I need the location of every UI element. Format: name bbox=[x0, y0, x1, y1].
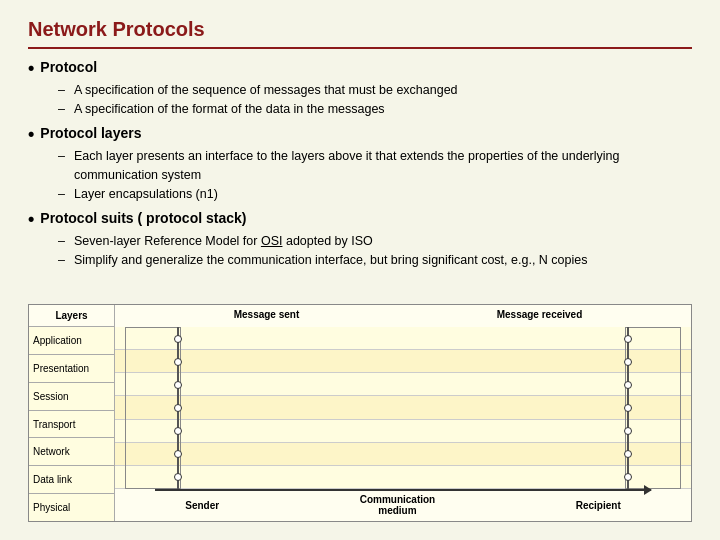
sender-dots bbox=[173, 327, 183, 489]
bullet-main-2: • Protocol layers bbox=[28, 125, 692, 145]
sub-text-1-2: A specification of the format of the dat… bbox=[74, 100, 385, 119]
title-divider bbox=[28, 47, 692, 49]
recipient-dot-4 bbox=[624, 404, 632, 412]
sub-text-3-1: Seven-layer Reference Model for OSI adop… bbox=[74, 232, 373, 251]
sub-text-2-2: Layer encapsulations (n1) bbox=[74, 185, 218, 204]
recipient-dot-5 bbox=[624, 427, 632, 435]
layer-transport: Transport bbox=[29, 411, 114, 439]
message-sent-label: Message sent bbox=[234, 309, 300, 320]
top-labels: Message sent Message received bbox=[115, 309, 691, 320]
bullet-label-2: Protocol layers bbox=[40, 125, 141, 141]
sender-dot-3 bbox=[174, 381, 182, 389]
sub-text-2-1: Each layer presents an interface to the … bbox=[74, 147, 692, 185]
sub-text-3-2: Simplify and generalize the communicatio… bbox=[74, 251, 587, 270]
sub-bullets-1: – A specification of the sequence of mes… bbox=[28, 81, 692, 119]
stripe-4 bbox=[115, 396, 691, 419]
sub-bullet-1-1: – A specification of the sequence of mes… bbox=[58, 81, 692, 100]
slide-title: Network Protocols bbox=[28, 18, 692, 41]
sender-dot-2 bbox=[174, 358, 182, 366]
main-diagram-area: Message sent Message received bbox=[115, 305, 691, 521]
bullet-section-1: • Protocol – A specification of the sequ… bbox=[28, 59, 692, 118]
layer-datalink: Data link bbox=[29, 466, 114, 494]
sub-bullet-1-2: – A specification of the format of the d… bbox=[58, 100, 692, 119]
stripe-7 bbox=[115, 466, 691, 489]
layer-application: Application bbox=[29, 327, 114, 355]
layers-header: Layers bbox=[29, 305, 114, 327]
recipient-dot-3 bbox=[624, 381, 632, 389]
bullet-section-2: • Protocol layers – Each layer presents … bbox=[28, 125, 692, 203]
stripe-1 bbox=[115, 327, 691, 350]
comm-medium-label: Communicationmedium bbox=[360, 494, 436, 516]
stripe-2 bbox=[115, 350, 691, 373]
osi-diagram: Layers Application Presentation Session … bbox=[28, 304, 692, 522]
recipient-label: Recipient bbox=[576, 500, 621, 511]
sub-bullets-3: – Seven-layer Reference Model for OSI ad… bbox=[28, 232, 692, 270]
layers-col: Layers Application Presentation Session … bbox=[29, 305, 115, 521]
sub-bullets-2: – Each layer presents an interface to th… bbox=[28, 147, 692, 203]
layer-presentation: Presentation bbox=[29, 355, 114, 383]
recipient-dots bbox=[623, 327, 633, 489]
sub-bullet-3-1: – Seven-layer Reference Model for OSI ad… bbox=[58, 232, 692, 251]
bullet-section-3: • Protocol suits ( protocol stack) – Sev… bbox=[28, 210, 692, 269]
sender-dot-6 bbox=[174, 450, 182, 458]
bottom-labels: Sender Communicationmedium Recipient bbox=[115, 489, 691, 521]
recipient-dot-1 bbox=[624, 335, 632, 343]
sender-dot-5 bbox=[174, 427, 182, 435]
sub-bullet-2-2: – Layer encapsulations (n1) bbox=[58, 185, 692, 204]
stripe-5 bbox=[115, 420, 691, 443]
layer-physical: Physical bbox=[29, 494, 114, 521]
bullet-label-1: Protocol bbox=[40, 59, 97, 75]
stripe-6 bbox=[115, 443, 691, 466]
message-received-label: Message received bbox=[497, 309, 583, 320]
bullet-main-1: • Protocol bbox=[28, 59, 692, 79]
recipient-dot-7 bbox=[624, 473, 632, 481]
sub-bullet-3-2: – Simplify and generalize the communicat… bbox=[58, 251, 692, 270]
sender-dot-1 bbox=[174, 335, 182, 343]
bullet-main-3: • Protocol suits ( protocol stack) bbox=[28, 210, 692, 230]
layer-network: Network bbox=[29, 438, 114, 466]
stripe-3 bbox=[115, 373, 691, 396]
sender-dot-7 bbox=[174, 473, 182, 481]
sender-dot-4 bbox=[174, 404, 182, 412]
osi-link: OSI bbox=[261, 234, 283, 248]
layer-session: Session bbox=[29, 383, 114, 411]
recipient-dot-6 bbox=[624, 450, 632, 458]
sub-bullet-2-1: – Each layer presents an interface to th… bbox=[58, 147, 692, 185]
recipient-dot-2 bbox=[624, 358, 632, 366]
bullet-dot-3: • bbox=[28, 210, 34, 230]
osi-inner: Layers Application Presentation Session … bbox=[29, 305, 691, 521]
bullet-label-3: Protocol suits ( protocol stack) bbox=[40, 210, 246, 226]
recipient-col bbox=[625, 327, 681, 489]
stripe-rows bbox=[115, 327, 691, 489]
bullet-dot-2: • bbox=[28, 125, 34, 145]
sender-label: Sender bbox=[185, 500, 219, 511]
sub-text-1-1: A specification of the sequence of messa… bbox=[74, 81, 458, 100]
bullet-dot-1: • bbox=[28, 59, 34, 79]
slide: Network Protocols • Protocol – A specifi… bbox=[0, 0, 720, 540]
